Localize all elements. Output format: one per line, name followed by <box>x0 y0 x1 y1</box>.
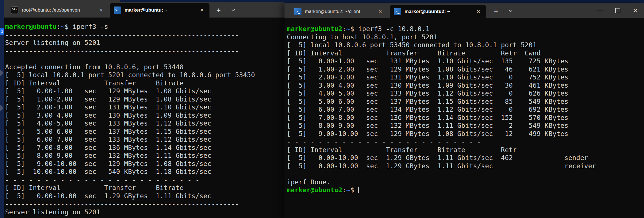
terminal-line: [ 5] 2.00-3.00 sec 131 MBytes 1.10 Gbits… <box>5 103 284 111</box>
terminal-line: Connecting to host 10.8.0.1, port 5201 <box>287 33 644 41</box>
terminal-line: [ 5] 6.00-7.00 sec 134 MBytes 1.12 Gbits… <box>287 105 644 114</box>
terminal-line: [ 5] 4.00-5.00 sec 133 MBytes 1.12 Gbits… <box>5 119 284 128</box>
terminal-line: [ 5] 0.00-10.00 sec 1.29 GBytes 1.11 Gbi… <box>287 154 644 162</box>
terminal-line: ----------------------------------------… <box>5 47 284 55</box>
tab-marker-ubuntu2-client[interactable]: >_ marker@ubuntu2: ~/client × <box>290 5 388 18</box>
terminal-line: [ 5] local 10.8.0.6 port 53450 connected… <box>287 41 644 49</box>
terminal-line: [ 5] 0.00-1.00 sec 131 MBytes 1.10 Gbits… <box>287 57 644 65</box>
terminal-line: [ 5] local 10.8.0.1 port 5201 connected … <box>5 71 284 79</box>
close-tab-icon[interactable]: × <box>98 7 105 14</box>
tab-bar-divider <box>226 6 226 14</box>
close-tab-icon[interactable]: × <box>376 8 384 15</box>
tab-marker-ubuntu2[interactable]: >_ marker@ubuntu2: ~ × <box>390 5 486 18</box>
terminal-line: [ 5] 6.00-7.00 sec 133 MBytes 1.12 Gbits… <box>5 135 284 144</box>
terminal-line: [ 5] 0.00-10.00 sec 1.29 GBytes 1.11 Gbi… <box>287 162 644 170</box>
maximize-icon <box>615 8 620 13</box>
new-tab-button[interactable]: + <box>213 5 224 16</box>
terminal-line: [ 5] 8.00-9.00 sec 132 MBytes 1.11 Gbits… <box>5 152 284 160</box>
tab-marker-ubuntu[interactable]: >_ marker@ubuntu: ~ × <box>110 3 209 18</box>
tab-root-ubuntu-openvpn[interactable]: C:\_ root@ubuntu: /etc/openvpn × <box>7 3 109 18</box>
terminal-line: [ 5] 7.00-8.00 sec 136 MBytes 1.14 Gbits… <box>287 114 644 122</box>
terminal-line: ----------------------------------------… <box>5 200 284 208</box>
terminal-line: [ 5] 4.00-5.00 sec 133 MBytes 1.12 Gbits… <box>287 89 644 98</box>
text-cursor <box>358 187 359 193</box>
left-tab-bar: C:\_ root@ubuntu: /etc/openvpn × >_ mark… <box>4 0 284 18</box>
powershell-icon: >_ <box>294 8 301 15</box>
terminal-line: marker@ubuntu:~$ iperf3 -s <box>5 23 284 31</box>
terminal-line: [ 5] 3.00-4.00 sec 130 MBytes 1.09 Gbits… <box>287 81 644 90</box>
tab-dropdown-button[interactable] <box>505 5 517 17</box>
left-terminal-window: C:\_ root@ubuntu: /etc/openvpn × >_ mark… <box>4 0 284 218</box>
tab-label: root@ubuntu: /etc/openvpn <box>22 7 94 13</box>
terminal-line <box>287 170 644 178</box>
window-controls: — × <box>591 3 644 18</box>
close-tab-icon[interactable]: × <box>198 7 206 14</box>
terminal-line: [ ID] Interval Transfer Bitrate <box>5 79 284 87</box>
background-icon-fragment <box>0 105 3 111</box>
terminal-line: [ 5] 1.00-2.00 sec 129 MBytes 1.08 Gbits… <box>5 95 284 103</box>
right-terminal-window: >_ marker@ubuntu2: ~/client × >_ marker@… <box>284 3 644 218</box>
powershell-icon: >_ <box>394 8 401 15</box>
close-tab-icon[interactable]: × <box>475 8 482 15</box>
terminal-line: [ 5] 10.00-10.00 sec 540 KBytes 1.18 Gbi… <box>5 168 284 176</box>
powershell-icon: >_ <box>114 7 121 14</box>
terminal-line: [ 5] 9.00-10.00 sec 129 MBytes 1.08 Gbit… <box>5 160 284 168</box>
terminal-line: iperf Done. <box>287 178 644 186</box>
terminal-line: [ 5] 8.00-9.00 sec 132 MBytes 1.11 Gbits… <box>287 122 644 130</box>
background-icon-fragment <box>0 70 3 76</box>
right-terminal-output[interactable]: marker@ubuntu2:~$ iperf3 -c 10.8.0.1Conn… <box>284 18 644 194</box>
terminal-line: [ 5] 1.00-2.00 sec 129 MBytes 1.08 Gbits… <box>287 65 644 74</box>
close-window-button[interactable]: × <box>626 3 644 18</box>
terminal-line: [ ID] Interval Transfer Bitrate Retr Cwn… <box>287 49 644 57</box>
minimize-button[interactable]: — <box>591 3 609 18</box>
chevron-down-icon <box>508 9 513 13</box>
terminal-line: ----------------------------------------… <box>5 216 284 218</box>
terminal-line: [ 5] 0.00-1.00 sec 129 MBytes 1.08 Gbits… <box>5 87 284 95</box>
terminal-line: [ 5] 5.00-6.00 sec 137 MBytes 1.15 Gbits… <box>287 98 644 106</box>
tab-bar-divider <box>503 7 503 14</box>
terminal-line: [ 5] 7.00-8.00 sec 136 MBytes 1.14 Gbits… <box>5 144 284 152</box>
terminal-line: Server listening on 5201 <box>5 39 284 47</box>
terminal-line: [ 5] 9.00-10.00 sec 129 MBytes 1.08 Gbit… <box>287 130 644 138</box>
terminal-line <box>5 55 284 63</box>
terminal-line: [ 5] 2.00-3.00 sec 131 MBytes 1.10 Gbits… <box>287 73 644 81</box>
notification-badge: 1 <box>0 28 4 35</box>
tab-dropdown-button[interactable] <box>227 5 239 16</box>
terminal-line: ----------------------------------------… <box>5 31 284 39</box>
chevron-down-icon <box>231 8 236 12</box>
terminal-line: [ 5] 3.00-4.00 sec 130 MBytes 1.09 Gbits… <box>5 111 284 120</box>
tab-label: marker@ubuntu2: ~/client <box>305 9 373 14</box>
tab-label: marker@ubuntu: ~ <box>125 7 195 13</box>
terminal-line: Server listening on 5201 <box>5 208 284 216</box>
left-terminal-output[interactable]: marker@ubuntu:~$ iperf3 -s--------------… <box>4 18 284 218</box>
terminal-line: - - - - - - - - - - - - - - - - - - - - … <box>5 176 284 184</box>
maximize-button[interactable] <box>609 3 626 18</box>
terminal-line: marker@ubuntu2:~$ iperf3 -c 10.8.0.1 <box>287 25 644 33</box>
backdrop-strip <box>120 0 284 2</box>
terminal-line: [ ID] Interval Transfer Bitrate <box>5 184 284 192</box>
right-tab-bar: >_ marker@ubuntu2: ~/client × >_ marker@… <box>284 3 644 18</box>
new-tab-button[interactable]: + <box>490 5 502 17</box>
terminal-line: - - - - - - - - - - - - - - - - - - - - … <box>287 138 644 146</box>
terminal-line: [ 5] 5.00-6.00 sec 137 MBytes 1.15 Gbits… <box>5 128 284 136</box>
cmd-icon: C:\_ <box>11 7 18 14</box>
terminal-line: [ ID] Interval Transfer Bitrate Retr <box>287 146 644 154</box>
terminal-line: [ 5] 0.00-10.00 sec 1.29 GBytes 1.11 Gbi… <box>5 192 284 200</box>
background-window-edge: 1 <box>0 0 4 218</box>
terminal-line: marker@ubuntu2:~$ <box>287 186 644 194</box>
terminal-line: Accepted connection from 10.8.0.6, port … <box>5 63 284 71</box>
tab-label: marker@ubuntu2: ~ <box>405 9 471 14</box>
